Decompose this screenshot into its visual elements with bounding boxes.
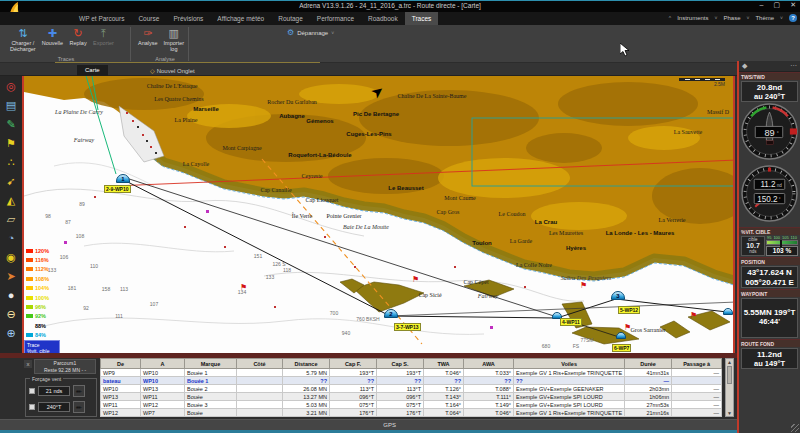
minimize-button[interactable]: – (760, 1, 764, 9)
menu-tab-routage[interactable]: Routage (271, 12, 310, 25)
compass-icon[interactable]: ➤ (2, 268, 20, 285)
tab-carte[interactable]: Carte (77, 65, 108, 76)
waypoint-marker[interactable] (723, 308, 733, 315)
menu-theme[interactable]: Thème (755, 15, 774, 21)
depannage-button[interactable]: ⚙ Dépannage ˅ (287, 28, 334, 37)
waypoint-marker[interactable]: 1 (116, 174, 130, 183)
wind-speed-field[interactable]: 21 nds (38, 386, 70, 396)
cell: 13.27 MN (283, 393, 330, 401)
wind-speed-edit-icon[interactable]: ✏ (73, 385, 85, 397)
wind-dir-checkbox[interactable] (29, 404, 35, 410)
collapse-ribbon-icon[interactable]: ^ (669, 15, 671, 21)
column-header-c-t-[interactable]: Côté (237, 359, 283, 369)
bearing-icon[interactable]: ◔ (2, 230, 20, 247)
course-panel-close-button[interactable]: x (24, 360, 32, 368)
menu-tab-performance[interactable]: Performance (310, 12, 361, 25)
waypoint-header: WAYPOINT (739, 289, 800, 297)
menu-tab-wp-et-parcours[interactable]: WP et Parcours (72, 12, 131, 25)
new-mark-icon[interactable]: ⚑ (2, 135, 20, 152)
ribbon-button-nouvelle[interactable]: ✚Nouvelle (40, 27, 65, 55)
column-header-voiles[interactable]: Voiles (514, 359, 625, 369)
cell: 113°T (377, 385, 424, 393)
scroll-down-icon[interactable]: ▼ (726, 410, 733, 416)
svg-text:°: ° (777, 130, 779, 136)
status-bar: GPS (0, 419, 737, 430)
column-header-cap-s-[interactable]: Cap S. (377, 359, 424, 369)
chart-map-icon[interactable]: ▤ (2, 97, 20, 114)
table-row-wp12[interactable]: WP12WP7Bouée3.21 MN176°T176°TT.064°T.046… (101, 409, 722, 417)
maximize-button[interactable]: ▢ (774, 1, 781, 9)
cell: WP12 (101, 409, 141, 417)
sidebar-more-icon[interactable]: ⋯ (790, 61, 797, 71)
zoom-in-icon[interactable]: ⊕ (2, 325, 20, 342)
wind-dir-edit-icon[interactable]: ✏ (73, 401, 85, 413)
ribbon-group-1: ✑Analyse▥ImporterlogAnalyse (132, 26, 190, 56)
table-row-wp9[interactable]: WP9WP10Bouée 15.79 MN193°T193°TT.046°T.0… (101, 369, 722, 377)
new-tab-icon: ◇ (150, 68, 155, 74)
cell: T.149° (464, 401, 514, 409)
ribbon-button-analyse[interactable]: ✑Analyse (136, 27, 160, 55)
route-edit-icon[interactable]: ✎ (2, 116, 20, 133)
scroll-up-icon[interactable]: ▲ (726, 359, 733, 365)
column-header-cap-f-[interactable]: Cap F. (330, 359, 377, 369)
ribbon-button-replay[interactable]: ↻Replay (67, 27, 89, 55)
menu-instruments[interactable]: Instruments (677, 15, 708, 21)
help-icon[interactable]: ? (789, 14, 797, 22)
compass-log-gauge: 11.2 nd 150.2 ° (739, 165, 800, 226)
column-header-twa[interactable]: TWA (424, 359, 464, 369)
legs-table[interactable]: DeAMarqueCôtéDistanceCap F.Cap S.TWAAWAV… (100, 358, 722, 417)
column-header-marque[interactable]: Marque (185, 359, 237, 369)
cell: T.046° (424, 369, 464, 377)
life-ring-icon[interactable]: ◎ (2, 78, 20, 95)
cell: WP10 (141, 377, 185, 385)
waypoint-marker[interactable]: 3 (611, 291, 625, 300)
zoom-out-icon[interactable]: ⊖ (2, 306, 20, 323)
pan-icon[interactable]: ● (2, 287, 20, 304)
column-header-distance[interactable]: Distance (283, 359, 330, 369)
table-row-wp13[interactable]: WP13WP11Bouée13.27 MN096°T096°TT.143°T.1… (101, 393, 722, 401)
column-header-awa[interactable]: AWA (464, 359, 514, 369)
cell: T.033° (464, 369, 514, 377)
tab-nouvel-onglet[interactable]: ◇Nouvel Onglet (142, 65, 203, 76)
nautical-chart[interactable]: 2.5M ➤ Chaîne De L'EstaqueLa Plaine De C… (22, 76, 735, 353)
cell: 1h06mn (625, 393, 672, 401)
table-row-bateau[interactable]: bateauWP10Bouée 1????????????— (101, 377, 722, 385)
marks-palette-icon[interactable]: ◉ (2, 249, 20, 266)
waypoint-marker[interactable] (616, 332, 626, 339)
table-row-wp11[interactable]: WP11WP12Bouée 35.03 MN075°T075°TT.164°T.… (101, 401, 722, 409)
legend-entry: 92% (26, 312, 49, 321)
column-header-passage-[interactable]: Passage à (672, 359, 722, 369)
menu-tab-traces[interactable]: Traces (405, 12, 439, 25)
scroll-thumb[interactable] (727, 366, 732, 384)
wind-dir-field[interactable]: 240°T (38, 402, 70, 412)
ribbon-button-exporter[interactable]: ⤒Exporter (91, 27, 116, 55)
cell: Exemple GV+Exemple SPI LOURD (514, 393, 625, 401)
svg-text:nd: nd (777, 183, 783, 188)
cell: — (672, 401, 722, 409)
menu-tab-pr-visions[interactable]: Prévisions (166, 12, 210, 25)
column-header-a[interactable]: A (141, 359, 185, 369)
ribbon-button-importer-log[interactable]: ▥Importerlog (162, 27, 186, 55)
resize-grip[interactable] (791, 424, 799, 432)
course-arrow-icon[interactable]: ➹ (2, 173, 20, 190)
column-header-dur-e[interactable]: Durée (625, 359, 672, 369)
eraser-icon[interactable]: ▱ (2, 211, 20, 228)
cell: ?? (464, 377, 514, 385)
cell: Exemple GV+Exemple GEENAKER (514, 385, 625, 393)
gate-icon[interactable]: ◭ (2, 192, 20, 209)
menu-tab-roadbook[interactable]: Roadbook (361, 12, 405, 25)
menu-tab-affichage-m-t-o[interactable]: Affichage météo (210, 12, 271, 25)
column-header-de[interactable]: De (101, 359, 141, 369)
menu-phase[interactable]: Phase (723, 15, 740, 21)
menu-tab-course[interactable]: Course (131, 12, 166, 25)
marks-list-icon[interactable]: ∴ (2, 154, 20, 171)
sidebar-config-icon[interactable]: ◆ (742, 61, 747, 71)
close-button[interactable]: ✕ (790, 1, 796, 9)
waypoint-marker[interactable]: 2 (384, 309, 398, 318)
ribbon-button-charger-d-charger[interactable]: ⇅Charger /Décharger (8, 27, 38, 55)
wind-speed-checkbox[interactable] (29, 388, 35, 394)
table-row-wp10[interactable]: WP10WP13Bouée 226.08 MN113°T113°TT.126°T… (101, 385, 722, 393)
trace-tooltip: Trace %vit. cible (24, 340, 60, 353)
waypoint-label: 2-9-WP10 (104, 185, 131, 193)
table-scrollbar[interactable]: ▲ ▼ (725, 358, 734, 417)
